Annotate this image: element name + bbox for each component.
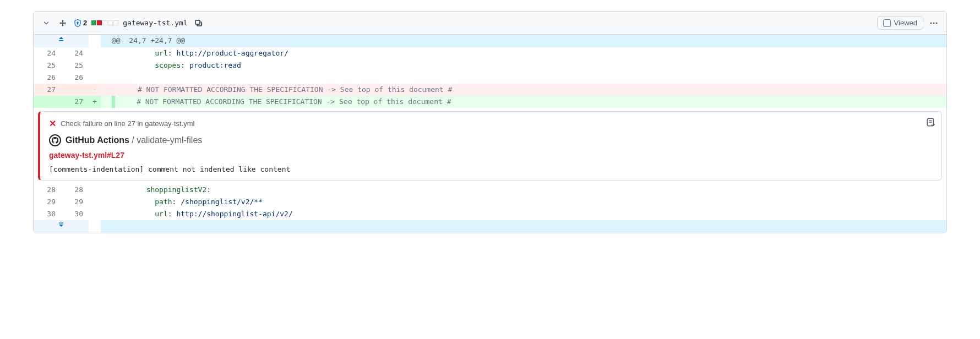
code-line: path: /shoppinglist/v2/** [101, 196, 946, 208]
yaml-value: http://product-aggregator/ [176, 49, 288, 57]
expand-down-icon[interactable] [34, 220, 89, 233]
line-op: + [89, 96, 101, 108]
line-op: - [89, 84, 101, 96]
old-line-num[interactable]: 25 [34, 59, 61, 72]
old-line-num[interactable]: 26 [34, 72, 61, 84]
annotation-link[interactable]: gateway-tst.yml#L27 [49, 151, 124, 160]
viewed-checkbox[interactable] [883, 19, 891, 27]
annotation-head: ✕ Check failure on line 27 in gateway-ts… [49, 118, 933, 129]
old-line-num[interactable]: 30 [34, 208, 61, 220]
file-header: 2 gateway-tst.yml Viewed [34, 12, 946, 35]
diffstat-neutral-block [108, 20, 113, 25]
diffstat-neutral-block [113, 20, 118, 25]
code-line: url: http://shoppinglist-api/v2/ [101, 208, 946, 220]
yaml-key: scopes [155, 61, 181, 69]
annotation-source: GitHub Actions / validate-yml-files [49, 134, 933, 146]
yaml-key: url [155, 210, 167, 218]
old-line-num[interactable]: 24 [34, 47, 61, 59]
chevron-down-icon[interactable] [40, 17, 52, 29]
old-line-num[interactable]: 29 [34, 196, 61, 208]
annotation-summary: Check failure on line 27 in gateway-tst.… [61, 119, 195, 128]
file-header-left: 2 gateway-tst.yml [40, 17, 204, 29]
check-annotation: ✕ Check failure on line 27 in gateway-ts… [38, 111, 942, 181]
hunk-footer-text [101, 220, 946, 233]
hunk-op [89, 220, 101, 233]
yaml-key: url [155, 49, 167, 57]
viewed-toggle[interactable]: Viewed [877, 16, 923, 30]
line-op [89, 208, 101, 220]
line-op [89, 184, 101, 196]
new-line-num[interactable]: 24 [61, 47, 89, 59]
new-line-num[interactable]: 29 [61, 196, 89, 208]
file-name[interactable]: gateway-tst.yml [123, 19, 187, 27]
hunk-header-text: @@ -24,7 +24,7 @@ [101, 35, 946, 47]
hunk-op [89, 35, 101, 47]
diff-table: @@ -24,7 +24,7 @@ 24 24 url: http://prod… [34, 35, 946, 233]
annotation-row: ✕ Check failure on line 27 in gateway-ts… [34, 108, 946, 184]
code-line [101, 72, 946, 84]
code-line: # NOT FORMATTED ACCORDING THE SPECIFICAT… [101, 96, 946, 108]
line-op [89, 59, 101, 72]
svg-point-2 [930, 22, 932, 24]
annotation-action-icon[interactable] [926, 117, 936, 129]
yaml-value: /shoppinglist/v2/** [181, 198, 263, 206]
diffstat-added-block [91, 20, 96, 25]
yaml-key: shoppinglistV2 [146, 185, 207, 194]
yaml-comment: # NOT FORMATTED ACCORDING THE SPECIFICAT… [138, 85, 452, 94]
diffstat [91, 20, 118, 25]
file-diff-box: 2 gateway-tst.yml Viewed [33, 11, 947, 233]
new-line-num[interactable]: 30 [61, 208, 89, 220]
expand-file-icon[interactable] [57, 17, 69, 29]
new-line-num[interactable]: 25 [61, 59, 89, 72]
kebab-icon[interactable] [928, 17, 940, 29]
code-line: shoppinglistV2: [101, 184, 946, 196]
diff-line: 28 28 shoppinglistV2: [34, 184, 946, 196]
new-line-num[interactable]: 26 [61, 72, 89, 84]
code-line: url: http://product-aggregator/ [101, 47, 946, 59]
line-op [89, 47, 101, 59]
security-badge[interactable]: 2 [73, 19, 87, 28]
yaml-comment: # NOT FORMATTED ACCORDING THE SPECIFICAT… [137, 97, 451, 106]
diff-line: 30 30 url: http://shoppinglist-api/v2/ [34, 208, 946, 220]
hunk-header-row: @@ -24,7 +24,7 @@ [34, 35, 946, 47]
diff-line-addition: 27 + # NOT FORMATTED ACCORDING THE SPECI… [34, 96, 946, 108]
diff-line: 29 29 path: /shoppinglist/v2/** [34, 196, 946, 208]
code-line: # NOT FORMATTED ACCORDING THE SPECIFICAT… [101, 84, 946, 96]
new-line-num[interactable]: 27 [61, 96, 89, 108]
hunk-footer-row [34, 220, 946, 233]
old-line-num[interactable]: 28 [34, 184, 61, 196]
line-op [89, 196, 101, 208]
security-count: 2 [83, 19, 87, 27]
diff-line-deletion: 27 - # NOT FORMATTED ACCORDING THE SPECI… [34, 84, 946, 96]
annotation-app: GitHub Actions / validate-yml-files [66, 135, 202, 145]
code-line: scopes: product:read [101, 59, 946, 72]
yaml-value: http://shoppinglist-api/v2/ [176, 210, 292, 218]
file-header-right: Viewed [877, 16, 940, 30]
expand-up-icon[interactable] [34, 35, 89, 47]
diff-line: 26 26 [34, 72, 946, 84]
fail-x-icon: ✕ [49, 118, 56, 129]
line-op [89, 72, 101, 84]
svg-point-4 [936, 22, 938, 24]
github-actions-icon [49, 134, 61, 146]
diffstat-neutral-block [102, 20, 107, 25]
diff-line: 25 25 scopes: product:read [34, 59, 946, 72]
old-line-num[interactable]: 27 [34, 84, 61, 96]
viewed-label: Viewed [894, 19, 917, 27]
copy-icon[interactable] [192, 17, 204, 29]
diffstat-deleted-block [97, 20, 102, 25]
new-line-num [61, 84, 89, 96]
annotation-message: [comments-indentation] comment not inden… [49, 165, 933, 173]
new-line-num[interactable]: 28 [61, 184, 89, 196]
svg-rect-1 [78, 23, 78, 24]
yaml-value: product:read [189, 61, 241, 69]
svg-point-3 [933, 22, 935, 24]
old-line-num [34, 96, 61, 108]
yaml-key: path [155, 198, 172, 206]
diff-line: 24 24 url: http://product-aggregator/ [34, 47, 946, 59]
